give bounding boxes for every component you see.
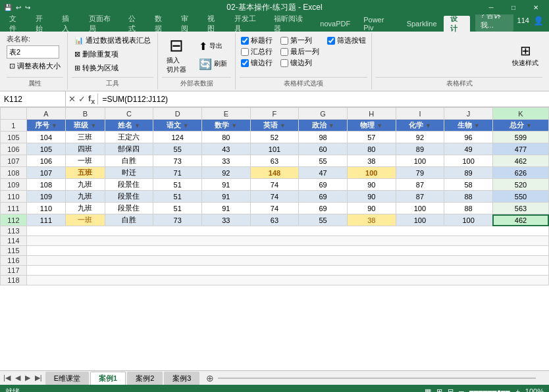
convert-range-btn[interactable]: ⊞ 转换为区域 [72, 62, 121, 74]
cell-g107[interactable]: 55 [299, 155, 348, 167]
cell-f105[interactable]: 52 [250, 132, 299, 143]
cell-j112[interactable]: 100 [444, 214, 493, 226]
tab-case3[interactable]: 案例3 [164, 372, 199, 385]
cell-e111[interactable]: 91 [201, 203, 250, 214]
tab-last-btn[interactable]: ▶| [33, 374, 44, 382]
cell-a107[interactable]: 106 [26, 155, 66, 167]
cell-c112[interactable]: 白胜 [105, 214, 153, 226]
cell-b107[interactable]: 一班 [66, 155, 105, 167]
last-col-checkbox[interactable]: 最后一列 [280, 47, 319, 57]
cell-i111[interactable]: 100 [396, 203, 444, 214]
cell-f1[interactable]: 英语 ▼ [250, 120, 299, 132]
cell-j111[interactable]: 88 [444, 203, 493, 214]
cell-j109[interactable]: 58 [444, 179, 493, 191]
user-icon[interactable]: 👤 [533, 16, 544, 26]
cell-h106[interactable]: 80 [347, 143, 396, 155]
tab-novapdf[interactable]: novaPDF [313, 16, 357, 32]
cell-j106[interactable]: 49 [444, 143, 493, 155]
cell-j1[interactable]: 生物 ▼ [444, 120, 493, 132]
cell-k108[interactable]: 626 [492, 167, 548, 179]
col-header-d[interactable]: D [153, 108, 202, 120]
cell-c106[interactable]: 郜保四 [105, 143, 153, 155]
col-header-b[interactable]: B [66, 108, 105, 120]
cell-h111[interactable]: 90 [347, 203, 396, 214]
cell-k112[interactable]: 462 [492, 214, 548, 226]
tab-page-layout[interactable]: 页面布局 [82, 16, 122, 32]
cell-g108[interactable]: 47 [299, 167, 348, 179]
cell-h1[interactable]: 物理 ▼ [347, 120, 396, 132]
cell-i105[interactable]: 92 [396, 132, 444, 143]
tab-sparkline[interactable]: Sparkline [400, 16, 444, 32]
cell-g1[interactable]: 政治 ▼ [299, 120, 348, 132]
cell-b112[interactable]: 一班 [66, 214, 105, 226]
cell-g111[interactable]: 69 [299, 203, 348, 214]
cell-d1[interactable]: 语文 ▼ [153, 120, 202, 132]
cell-c107[interactable]: 白胜 [105, 155, 153, 167]
tab-first-btn[interactable]: |◀ [1, 374, 13, 382]
tab-case1[interactable]: 案例1 [90, 372, 126, 385]
cell-j108[interactable]: 89 [444, 167, 493, 179]
cell-j107[interactable]: 100 [444, 155, 493, 167]
cell-i107[interactable]: 100 [396, 155, 444, 167]
cell-h109[interactable]: 90 [347, 179, 396, 191]
cell-f112[interactable]: 63 [250, 214, 299, 226]
cell-e1[interactable]: 数学 ▼ [201, 120, 250, 132]
zoom-level[interactable]: 100% [525, 387, 544, 392]
cell-i1[interactable]: 化学 ▼ [396, 120, 444, 132]
cell-c110[interactable]: 段景住 [105, 191, 153, 203]
cell-d105[interactable]: 124 [153, 132, 202, 143]
cell-h108[interactable]: 100 [347, 167, 396, 179]
cell-e109[interactable]: 91 [201, 179, 250, 191]
zoom-slider[interactable]: ━━━━━━●━━ [469, 387, 511, 393]
resize-table-btn[interactable]: ⊡ 调整表格大小 [7, 60, 63, 72]
cell-j105[interactable]: 96 [444, 132, 493, 143]
cell-k1[interactable]: 总分 ▼ [492, 120, 548, 132]
redo-icon[interactable]: ↪ [24, 4, 32, 11]
cell-i106[interactable]: 89 [396, 143, 444, 155]
cell-b108[interactable]: 五班 [66, 167, 105, 179]
cell-d110[interactable]: 51 [153, 191, 202, 203]
cell-d106[interactable]: 55 [153, 143, 202, 155]
tab-home[interactable]: 开始 [29, 16, 55, 32]
tab-prev-btn[interactable]: ◀ [13, 374, 22, 382]
filter-btn-checkbox[interactable]: 筛选按钮 [327, 36, 366, 45]
col-header-g[interactable]: G [299, 108, 348, 120]
cell-d109[interactable]: 51 [153, 179, 202, 191]
function-icon[interactable]: fx [88, 93, 95, 105]
cell-d108[interactable]: 71 [153, 167, 202, 179]
cell-f107[interactable]: 63 [250, 155, 299, 167]
cell-f108[interactable]: 148 [250, 167, 299, 179]
cell-a112[interactable]: 111 [26, 214, 66, 226]
cell-c111[interactable]: 段景住 [105, 203, 153, 214]
col-header-c[interactable]: C [105, 108, 153, 120]
cell-e112[interactable]: 33 [201, 214, 250, 226]
banded-cols-checkbox[interactable]: 镶边列 [280, 58, 319, 68]
cell-d112[interactable]: 73 [153, 214, 202, 226]
close-button[interactable]: ✕ [525, 1, 546, 13]
header-row-checkbox[interactable]: 标题行 [241, 36, 273, 45]
cell-d107[interactable]: 73 [153, 155, 202, 167]
cell-g110[interactable]: 69 [299, 191, 348, 203]
cell-i109[interactable]: 87 [396, 179, 444, 191]
tab-dev[interactable]: 开发工具 [228, 16, 267, 32]
tab-insert[interactable]: 插入 [55, 16, 82, 32]
cell-a110[interactable]: 109 [26, 191, 66, 203]
export-btn[interactable]: ⬆ 导出 [195, 39, 231, 54]
name-box[interactable]: K112 [0, 91, 66, 107]
view-break-btn[interactable]: ⊟ [448, 387, 454, 393]
maximize-button[interactable]: □ [503, 1, 524, 13]
first-col-checkbox[interactable]: 第一列 [280, 36, 319, 45]
zoom-in-btn[interactable]: + [515, 387, 519, 392]
cell-c105[interactable]: 王定六 [105, 132, 153, 143]
tab-case2[interactable]: 案例2 [127, 372, 163, 385]
col-header-a[interactable]: A [26, 108, 66, 120]
cell-b1[interactable]: 班级 ▼ [66, 120, 105, 132]
tab-foxpdf[interactable]: 福昕阅读器 [267, 16, 313, 32]
tab-e-course[interactable]: E维课堂 [45, 372, 89, 385]
view-normal-btn[interactable]: ▦ [425, 387, 431, 393]
cell-e105[interactable]: 80 [201, 132, 250, 143]
cell-h105[interactable]: 57 [347, 132, 396, 143]
tab-next-btn[interactable]: ▶ [23, 374, 32, 382]
refresh-btn[interactable]: 🔄 刷新 [195, 57, 231, 72]
cell-g109[interactable]: 69 [299, 179, 348, 191]
